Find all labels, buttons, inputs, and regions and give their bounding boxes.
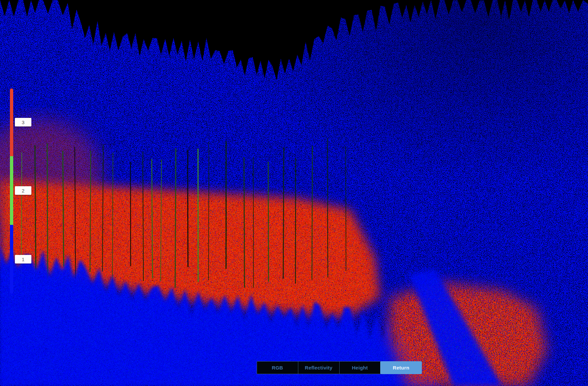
legend-color-bar [10,88,13,294]
legend-segment-return-3 [10,88,13,156]
legend-label-return-2: 2 [15,186,31,195]
legend-segment-return-1 [10,225,13,294]
height-mode-button[interactable]: Height [339,361,381,374]
top-right-shade [0,0,588,386]
point-cloud-scene[interactable] [0,0,588,386]
reflectivity-mode-button[interactable]: Reflectivity [298,361,340,374]
legend-label-text: 2 [22,188,24,193]
return-mode-button[interactable]: Return [380,361,422,374]
legend-label-return-3: 3 [15,118,31,126]
legend-label-text: 3 [22,120,24,125]
color-mode-toolbar: RGB Reflectivity Height Return [257,361,422,374]
rgb-mode-button[interactable]: RGB [257,361,298,374]
legend-label-text: 1 [22,257,24,262]
legend-segment-return-2 [10,156,13,225]
lidar-viewer: 3 2 1 RGB Reflectivity Height Return [0,0,588,386]
legend-label-return-1: 1 [15,255,31,263]
